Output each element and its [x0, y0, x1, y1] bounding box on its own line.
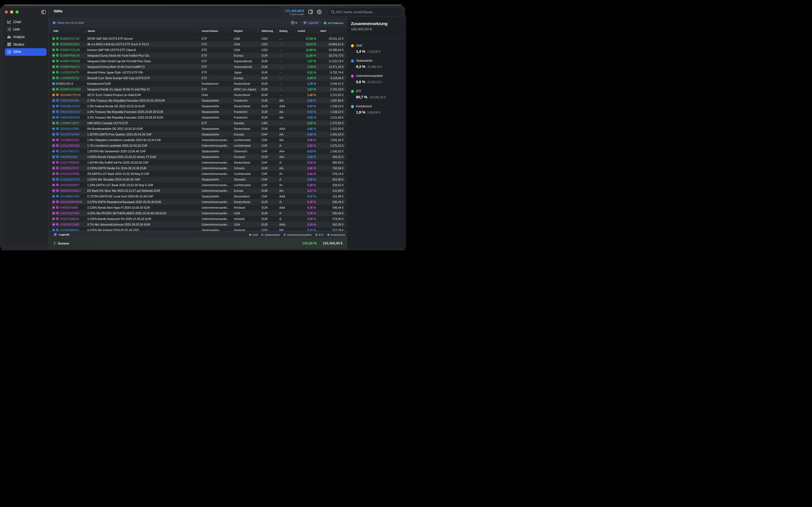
- svg-text:3: 3: [7, 53, 8, 54]
